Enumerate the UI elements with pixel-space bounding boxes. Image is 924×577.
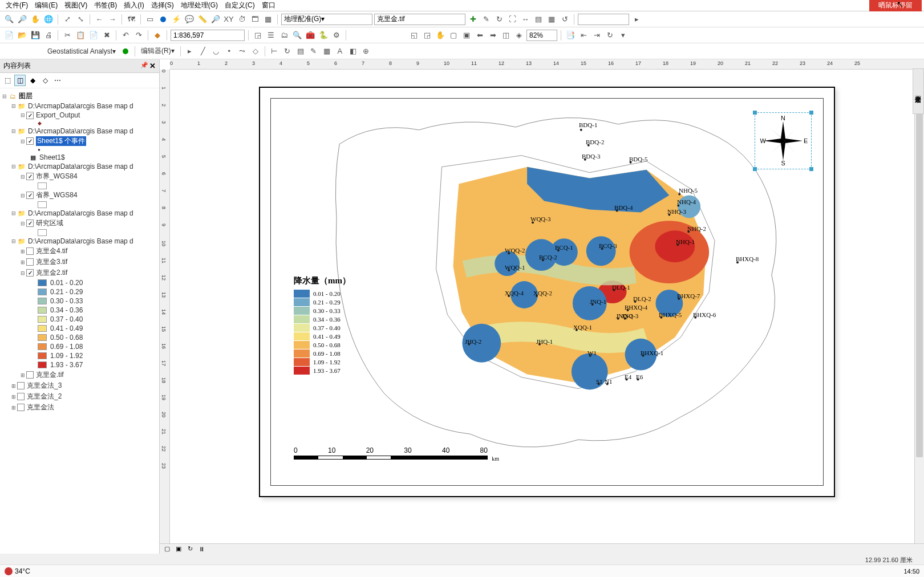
goto-xy-icon[interactable]: XY bbox=[223, 14, 234, 25]
catalog-icon[interactable]: 🗂 bbox=[278, 30, 290, 41]
tree-group[interactable]: D:\ArcmapData\arcgis Base map d bbox=[28, 162, 133, 170]
scale-combo[interactable]: 1:836,597 bbox=[171, 30, 245, 41]
toc-list-by-selection-icon[interactable]: ◇ bbox=[39, 75, 51, 86]
dd-prev-icon[interactable]: ⇤ bbox=[578, 30, 589, 41]
layer-checkbox[interactable] bbox=[17, 393, 25, 400]
close-panel-icon[interactable]: ✕ bbox=[149, 62, 156, 70]
edit-annot-icon[interactable]: A bbox=[334, 46, 346, 57]
edit-rotate-icon[interactable]: ↻ bbox=[282, 46, 293, 57]
layer-checkbox[interactable] bbox=[26, 112, 34, 119]
fixed-zoom-in-icon[interactable]: ⤢ bbox=[62, 14, 73, 25]
georef-tool-icon[interactable]: ✎ bbox=[480, 14, 492, 25]
layer-kriging3[interactable]: 克里金3.tif bbox=[36, 257, 67, 267]
dd-next-icon[interactable]: ⇥ bbox=[591, 30, 602, 41]
layout-zoom-out-icon[interactable]: ◲ bbox=[422, 30, 433, 41]
north-arrow-element[interactable]: N S W E bbox=[755, 112, 812, 169]
select-arrow-icon[interactable]: ▭ bbox=[144, 14, 156, 25]
edit-attr-icon[interactable]: ▤ bbox=[295, 46, 306, 57]
toc-list-by-source-icon[interactable]: ◫ bbox=[14, 75, 26, 86]
menu-window[interactable]: 窗口 bbox=[258, 0, 279, 11]
layer-export-output[interactable]: Export_Output bbox=[36, 111, 80, 119]
editor-dropdown[interactable]: 编辑器(R)▾ bbox=[139, 46, 177, 56]
layer-checkbox[interactable] bbox=[17, 382, 25, 389]
layout-whole-page-icon[interactable]: ▢ bbox=[448, 30, 459, 41]
layer-sheet1-table[interactable]: Sheet1$ bbox=[39, 153, 65, 161]
layer-city-wgs84[interactable]: 市界_WGS84 bbox=[36, 172, 78, 181]
edit-extend-icon[interactable]: ⊕ bbox=[360, 46, 372, 57]
toc-list-by-drawing-icon[interactable]: ⬚ bbox=[2, 75, 13, 86]
dd-more-icon[interactable]: ▾ bbox=[617, 30, 629, 41]
layer-checkbox[interactable] bbox=[26, 258, 34, 266]
layout-canvas[interactable]: BDQ-1BDQ-2BDQ-3BDQ-5BDQ-4NHQ-5NHQ-4NHQ-3… bbox=[170, 70, 924, 543]
edit-arc-icon[interactable]: ◡ bbox=[210, 46, 222, 57]
edit-create-icon[interactable]: ▦ bbox=[321, 46, 333, 57]
page-frame[interactable]: BDQ-1BDQ-2BDQ-3BDQ-5BDQ-4NHQ-5NHQ-4NHQ-3… bbox=[259, 87, 835, 497]
georef-grid-icon[interactable]: ▦ bbox=[546, 14, 557, 25]
scale-bar[interactable]: 01020304080 km bbox=[294, 446, 488, 460]
layout-zoom-in-icon[interactable]: ◱ bbox=[408, 30, 420, 41]
layout-pan-icon[interactable]: ✋ bbox=[435, 30, 446, 41]
tree-group[interactable]: D:\ArcmapData\arcgis Base map d bbox=[28, 209, 133, 217]
toc-list-by-visibility-icon[interactable]: ◆ bbox=[27, 75, 38, 86]
toc-icon[interactable]: ☰ bbox=[265, 30, 277, 41]
refresh-view-icon[interactable]: ↻ bbox=[186, 545, 194, 553]
layer-prov-wgs84[interactable]: 省界_WGS84 bbox=[36, 190, 78, 200]
measure-icon[interactable]: 📏 bbox=[197, 14, 208, 25]
create-features-tab[interactable]: 创建要素 bbox=[913, 68, 924, 114]
toc-tree[interactable]: ⊟🗂图层 ⊟📁D:\ArcmapData\arcgis Base map d ⊟… bbox=[0, 88, 159, 554]
layer-krig-m[interactable]: 克里金法 bbox=[27, 403, 54, 412]
redo-icon[interactable]: ↷ bbox=[133, 30, 144, 41]
open-icon[interactable]: 📂 bbox=[17, 30, 28, 41]
georef-reset-icon[interactable]: ↺ bbox=[559, 14, 570, 25]
tree-group[interactable]: D:\ArcmapData\arcgis Base map d bbox=[28, 102, 133, 110]
layer-checkbox[interactable] bbox=[26, 247, 34, 255]
layer-checkbox[interactable] bbox=[26, 269, 34, 277]
paste-icon[interactable]: 📄 bbox=[88, 30, 99, 41]
new-icon[interactable]: 📄 bbox=[3, 30, 15, 41]
edit-split-icon[interactable]: ⊢ bbox=[269, 46, 280, 57]
edit-trace-icon[interactable]: ⤳ bbox=[237, 46, 248, 57]
georef-go-icon[interactable]: ▸ bbox=[631, 14, 642, 25]
layer-kriging-tif[interactable]: 克里金.tif bbox=[36, 370, 64, 380]
edit-repr-icon[interactable]: ◧ bbox=[347, 46, 359, 57]
zoom-in-icon[interactable]: 🔍 bbox=[3, 14, 15, 25]
toc-options-icon[interactable]: ⋯ bbox=[52, 75, 63, 86]
edit-sketch-icon[interactable]: ✎ bbox=[308, 46, 319, 57]
menu-select[interactable]: 选择(S) bbox=[148, 0, 177, 11]
menu-insert[interactable]: 插入(I) bbox=[120, 0, 147, 11]
menu-customize[interactable]: 自定义(C) bbox=[221, 0, 258, 11]
layer-checkbox[interactable] bbox=[26, 220, 34, 227]
menu-view[interactable]: 视图(V) bbox=[61, 0, 91, 11]
identify-icon[interactable] bbox=[157, 14, 169, 25]
time-slider-icon[interactable]: ⏱ bbox=[236, 14, 248, 25]
layout-fwd-icon[interactable]: ➡ bbox=[487, 30, 499, 41]
taskbar-time[interactable]: 14:50 bbox=[903, 568, 919, 575]
layer-checkbox[interactable] bbox=[26, 192, 34, 199]
georef-table-icon[interactable]: ▤ bbox=[533, 14, 544, 25]
cut-icon[interactable]: ✂ bbox=[62, 30, 73, 41]
pan-icon[interactable]: ✋ bbox=[30, 14, 41, 25]
geostat-wizard-icon[interactable] bbox=[120, 46, 131, 57]
georef-scale-icon[interactable]: ⛶ bbox=[506, 14, 518, 25]
layout-view-icon[interactable]: ▣ bbox=[175, 545, 183, 553]
red-button[interactable]: 晒鼠标停留↖ bbox=[869, 0, 922, 11]
model-builder-icon[interactable]: ⚙ bbox=[331, 30, 342, 41]
zoom-pct-combo[interactable]: 82% bbox=[526, 30, 557, 41]
refresh-icon[interactable]: 🗺 bbox=[125, 14, 137, 25]
layout-back-icon[interactable]: ⬅ bbox=[474, 30, 485, 41]
forward-icon[interactable]: → bbox=[107, 14, 118, 25]
menu-edit[interactable]: 编辑(E) bbox=[31, 0, 61, 11]
delete-icon[interactable]: ✖ bbox=[101, 30, 112, 41]
layout-100-icon[interactable]: ▣ bbox=[461, 30, 472, 41]
edit-line-icon[interactable]: ╱ bbox=[197, 46, 209, 57]
layer-checkbox[interactable] bbox=[26, 371, 34, 379]
map-scrollbar[interactable] bbox=[914, 70, 924, 543]
full-extent-icon[interactable]: 🌐 bbox=[43, 14, 54, 25]
georef-add-point-icon[interactable]: ✚ bbox=[467, 14, 479, 25]
taskbar-weather[interactable]: 34°C bbox=[5, 567, 30, 575]
menu-bookmark[interactable]: 书签(B) bbox=[91, 0, 120, 11]
edit-tool-icon[interactable]: ▸ bbox=[184, 46, 196, 57]
python-icon[interactable]: 🐍 bbox=[318, 30, 329, 41]
viewer-icon[interactable]: 🗔 bbox=[249, 14, 261, 25]
create-window-icon[interactable]: ▦ bbox=[262, 14, 274, 25]
